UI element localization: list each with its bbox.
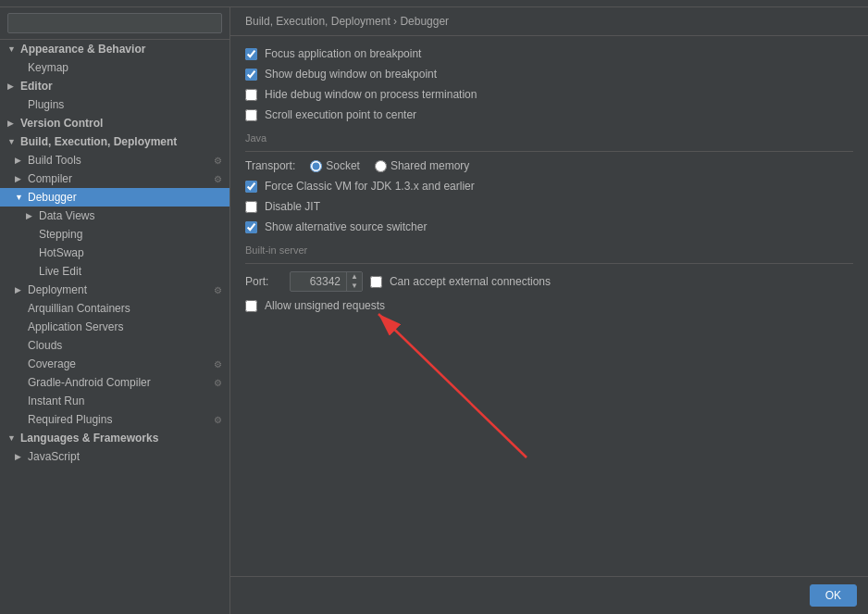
hide-debug-window-row: Hide debug window on process termination xyxy=(245,88,853,101)
sidebar-item-label-data-views: Data Views xyxy=(39,209,222,222)
gear-icon: ⚙ xyxy=(214,156,222,166)
socket-radio-item: Socket xyxy=(310,159,364,172)
can-accept-external-label: Can accept external connections xyxy=(390,275,551,288)
sidebar-item-label-build-execution-deployment: Build, Execution, Deployment xyxy=(20,135,222,148)
sidebar-item-deployment[interactable]: ▶Deployment⚙ xyxy=(0,281,229,299)
sidebar-item-gradle-android-compiler[interactable]: Gradle-Android Compiler⚙ xyxy=(0,373,229,392)
shared-memory-label: Shared memory xyxy=(391,159,469,172)
sidebar-item-label-debugger: Debugger xyxy=(28,191,222,204)
search-input[interactable] xyxy=(7,13,222,33)
search-box[interactable] xyxy=(0,7,229,40)
allow-unsigned-checkbox[interactable] xyxy=(245,300,257,312)
show-alternative-source-row: Show alternative source switcher xyxy=(245,220,853,233)
svg-line-1 xyxy=(378,314,527,457)
show-alternative-source-label: Show alternative source switcher xyxy=(265,220,427,233)
breadcrumb: Build, Execution, Deployment › Debugger xyxy=(230,7,868,36)
socket-radio[interactable] xyxy=(310,160,322,172)
scroll-execution-label: Scroll execution point to center xyxy=(265,108,416,121)
sidebar-item-build-execution-deployment[interactable]: ▼Build, Execution, Deployment xyxy=(0,132,229,151)
sidebar-item-instant-run[interactable]: Instant Run xyxy=(0,392,229,410)
allow-unsigned-label: Allow unsigned requests xyxy=(265,299,385,312)
disable-jit-checkbox[interactable] xyxy=(245,201,257,213)
show-debug-window-checkbox[interactable] xyxy=(245,69,257,81)
sidebar-item-build-tools[interactable]: ▶Build Tools⚙ xyxy=(0,151,229,169)
sidebar-item-label-live-edit: Live Edit xyxy=(39,265,222,278)
sidebar-item-editor[interactable]: ▶Editor xyxy=(0,77,229,95)
bottom-bar: OK xyxy=(230,576,868,614)
focus-application-row: Focus application on breakpoint xyxy=(245,47,853,60)
sidebar-item-label-build-tools: Build Tools xyxy=(28,154,210,167)
sidebar-item-application-servers[interactable]: Application Servers xyxy=(0,318,229,336)
sidebar-item-label-clouds: Clouds xyxy=(28,339,222,352)
sidebar-item-label-instant-run: Instant Run xyxy=(28,395,222,407)
title-bar xyxy=(0,0,868,7)
port-increment-button[interactable]: ▲ xyxy=(347,272,362,282)
transport-row: Transport: Socket Shared memory xyxy=(245,159,853,172)
sidebar-item-clouds[interactable]: Clouds xyxy=(0,336,229,355)
port-row: Port: ▲ ▼ Can accept external connection… xyxy=(245,271,853,292)
sidebar-item-keymap[interactable]: Keymap xyxy=(0,58,229,77)
content-panel: Build, Execution, Deployment › Debugger … xyxy=(230,7,868,614)
builtin-server-divider xyxy=(245,263,853,264)
sidebar-item-label-javascript: JavaScript xyxy=(28,450,222,463)
content-body: Focus application on breakpoint Show deb… xyxy=(230,36,868,576)
sidebar-item-javascript[interactable]: ▶JavaScript xyxy=(0,447,229,466)
port-spinners: ▲ ▼ xyxy=(346,272,362,291)
socket-label: Socket xyxy=(326,159,360,172)
sidebar-item-label-keymap: Keymap xyxy=(28,61,222,74)
transport-label: Transport: xyxy=(245,159,295,172)
sidebar-item-live-edit[interactable]: Live Edit xyxy=(0,262,229,281)
sidebar-item-label-hotswap: HotSwap xyxy=(39,246,222,259)
sidebar-item-label-editor: Editor xyxy=(20,80,222,93)
sidebar-item-hotswap[interactable]: HotSwap xyxy=(0,244,229,262)
gear-icon: ⚙ xyxy=(214,378,222,388)
sidebar-item-data-views[interactable]: ▶Data Views xyxy=(0,207,229,225)
scroll-execution-row: Scroll execution point to center xyxy=(245,108,853,121)
sidebar-tree: ▼Appearance & BehaviorKeymap▶EditorPlugi… xyxy=(0,40,229,614)
sidebar-item-languages-frameworks[interactable]: ▼Languages & Frameworks xyxy=(0,429,229,447)
sidebar-item-version-control[interactable]: ▶Version Control xyxy=(0,114,229,132)
force-classic-vm-label: Force Classic VM for JDK 1.3.x and earli… xyxy=(265,180,475,193)
builtin-server-section-label: Built-in server xyxy=(245,244,853,256)
sidebar-item-required-plugins[interactable]: Required Plugins⚙ xyxy=(0,410,229,429)
port-label: Port: xyxy=(245,275,282,288)
java-section-label: Java xyxy=(245,132,853,144)
sidebar-item-plugins[interactable]: Plugins xyxy=(0,95,229,114)
shared-memory-radio-item: Shared memory xyxy=(375,159,473,172)
sidebar-item-arquillian-containers[interactable]: Arquillian Containers xyxy=(0,299,229,318)
can-accept-external-checkbox[interactable] xyxy=(370,276,382,288)
sidebar-item-debugger[interactable]: ▼Debugger xyxy=(0,188,229,207)
sidebar-item-label-coverage: Coverage xyxy=(28,357,210,370)
show-debug-window-label: Show debug window on breakpoint xyxy=(265,68,437,81)
port-decrement-button[interactable]: ▼ xyxy=(347,282,362,291)
disable-jit-row: Disable JIT xyxy=(245,200,853,213)
hide-debug-window-label: Hide debug window on process termination xyxy=(265,88,477,101)
sidebar-item-stepping[interactable]: Stepping xyxy=(0,225,229,244)
sidebar-item-label-version-control: Version Control xyxy=(20,117,222,130)
sidebar-item-label-application-servers: Application Servers xyxy=(28,320,222,333)
java-divider xyxy=(245,151,853,152)
port-input[interactable] xyxy=(291,273,346,290)
sidebar-item-label-required-plugins: Required Plugins xyxy=(28,413,210,426)
shared-memory-radio[interactable] xyxy=(375,160,387,172)
hide-debug-window-checkbox[interactable] xyxy=(245,89,257,101)
show-debug-window-row: Show debug window on breakpoint xyxy=(245,68,853,81)
sidebar-item-label-deployment: Deployment xyxy=(28,283,210,296)
ok-button[interactable]: OK xyxy=(810,584,857,607)
gear-icon: ⚙ xyxy=(214,415,222,425)
sidebar-item-label-plugins: Plugins xyxy=(28,98,222,111)
force-classic-vm-row: Force Classic VM for JDK 1.3.x and earli… xyxy=(245,180,853,193)
sidebar-item-label-appearance-behavior: Appearance & Behavior xyxy=(20,43,222,56)
sidebar-item-label-arquillian-containers: Arquillian Containers xyxy=(28,302,222,315)
focus-application-checkbox[interactable] xyxy=(245,48,257,60)
sidebar-item-compiler[interactable]: ▶Compiler⚙ xyxy=(0,169,229,188)
force-classic-vm-checkbox[interactable] xyxy=(245,181,257,193)
show-alternative-source-checkbox[interactable] xyxy=(245,221,257,233)
scroll-execution-checkbox[interactable] xyxy=(245,109,257,121)
sidebar-item-label-stepping: Stepping xyxy=(39,228,222,241)
sidebar-item-coverage[interactable]: Coverage⚙ xyxy=(0,355,229,373)
can-accept-external-row: Can accept external connections xyxy=(370,275,551,288)
sidebar-item-label-languages-frameworks: Languages & Frameworks xyxy=(20,432,222,445)
sidebar-item-appearance-behavior[interactable]: ▼Appearance & Behavior xyxy=(0,40,229,58)
disable-jit-label: Disable JIT xyxy=(265,200,320,213)
